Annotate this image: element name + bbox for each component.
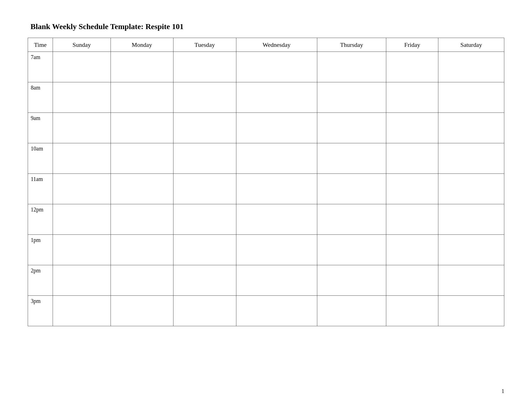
schedule-cell[interactable] — [53, 296, 111, 326]
header-monday: Monday — [111, 38, 173, 52]
header-tuesday: Tuesday — [173, 38, 236, 52]
schedule-cell[interactable] — [173, 82, 236, 113]
schedule-cell[interactable] — [173, 52, 236, 82]
time-cell: 1pm — [28, 235, 53, 265]
table-row: 11am — [28, 174, 504, 204]
schedule-cell[interactable] — [386, 235, 438, 265]
schedule-cell[interactable] — [317, 235, 386, 265]
schedule-cell[interactable] — [111, 296, 173, 326]
schedule-cell[interactable] — [236, 174, 317, 204]
table-row: 9am — [28, 113, 504, 143]
schedule-cell[interactable] — [438, 143, 504, 174]
schedule-cell[interactable] — [111, 113, 173, 143]
schedule-cell[interactable] — [236, 235, 317, 265]
schedule-cell[interactable] — [111, 235, 173, 265]
table-row: 8am — [28, 82, 504, 113]
header-wednesday: Wednesday — [236, 38, 317, 52]
time-cell: 7am — [28, 52, 53, 82]
schedule-cell[interactable] — [173, 113, 236, 143]
schedule-cell[interactable] — [53, 235, 111, 265]
schedule-cell[interactable] — [53, 143, 111, 174]
schedule-cell[interactable] — [317, 113, 386, 143]
time-cell: 11am — [28, 174, 53, 204]
schedule-cell[interactable] — [386, 174, 438, 204]
schedule-cell[interactable] — [111, 52, 173, 82]
schedule-cell[interactable] — [173, 174, 236, 204]
schedule-cell[interactable] — [438, 113, 504, 143]
schedule-cell[interactable] — [438, 174, 504, 204]
schedule-cell[interactable] — [386, 82, 438, 113]
schedule-table: Time Sunday Monday Tuesday Wednesday Thu… — [28, 38, 504, 326]
schedule-cell[interactable] — [111, 82, 173, 113]
schedule-cell[interactable] — [386, 113, 438, 143]
schedule-cell[interactable] — [111, 174, 173, 204]
header-time: Time — [28, 38, 53, 52]
time-cell: 9am — [28, 113, 53, 143]
time-cell: 3pm — [28, 296, 53, 326]
schedule-cell[interactable] — [111, 265, 173, 296]
time-cell: 8am — [28, 82, 53, 113]
table-row: 3pm — [28, 296, 504, 326]
schedule-cell[interactable] — [173, 143, 236, 174]
schedule-cell[interactable] — [317, 265, 386, 296]
schedule-cell[interactable] — [438, 265, 504, 296]
schedule-cell[interactable] — [386, 204, 438, 235]
table-row: 7am — [28, 52, 504, 82]
schedule-cell[interactable] — [317, 143, 386, 174]
schedule-cell[interactable] — [53, 52, 111, 82]
schedule-cell[interactable] — [53, 82, 111, 113]
table-row: 10am — [28, 143, 504, 174]
schedule-cell[interactable] — [317, 174, 386, 204]
schedule-cell[interactable] — [236, 204, 317, 235]
header-thursday: Thursday — [317, 38, 386, 52]
schedule-cell[interactable] — [111, 143, 173, 174]
schedule-cell[interactable] — [53, 113, 111, 143]
schedule-cell[interactable] — [236, 265, 317, 296]
schedule-cell[interactable] — [386, 265, 438, 296]
schedule-cell[interactable] — [173, 204, 236, 235]
schedule-cell[interactable] — [438, 204, 504, 235]
schedule-cell[interactable] — [53, 174, 111, 204]
schedule-cell[interactable] — [236, 143, 317, 174]
schedule-cell[interactable] — [317, 296, 386, 326]
schedule-cell[interactable] — [317, 82, 386, 113]
header-saturday: Saturday — [438, 38, 504, 52]
schedule-cell[interactable] — [386, 296, 438, 326]
schedule-cell[interactable] — [317, 52, 386, 82]
table-row: 1pm — [28, 235, 504, 265]
schedule-cell[interactable] — [173, 235, 236, 265]
schedule-cell[interactable] — [438, 296, 504, 326]
schedule-cell[interactable] — [438, 235, 504, 265]
schedule-cell[interactable] — [317, 204, 386, 235]
schedule-cell[interactable] — [53, 265, 111, 296]
page-title: Blank Weekly Schedule Template: Respite … — [30, 22, 184, 31]
table-row: 2pm — [28, 265, 504, 296]
schedule-cell[interactable] — [438, 82, 504, 113]
schedule-cell[interactable] — [236, 52, 317, 82]
schedule-cell[interactable] — [386, 143, 438, 174]
schedule-cell[interactable] — [236, 296, 317, 326]
time-cell: 2pm — [28, 265, 53, 296]
table-row: 12pm — [28, 204, 504, 235]
schedule-cell[interactable] — [236, 82, 317, 113]
header-friday: Friday — [386, 38, 438, 52]
schedule-cell[interactable] — [173, 265, 236, 296]
time-cell: 12pm — [28, 204, 53, 235]
schedule-cell[interactable] — [386, 52, 438, 82]
time-cell: 10am — [28, 143, 53, 174]
schedule-cell[interactable] — [173, 296, 236, 326]
schedule-cell[interactable] — [53, 204, 111, 235]
schedule-cell[interactable] — [111, 204, 173, 235]
header-sunday: Sunday — [53, 38, 111, 52]
page-number: 1 — [502, 388, 504, 394]
schedule-cell[interactable] — [236, 113, 317, 143]
header-row: Time Sunday Monday Tuesday Wednesday Thu… — [28, 38, 504, 52]
schedule-cell[interactable] — [438, 52, 504, 82]
